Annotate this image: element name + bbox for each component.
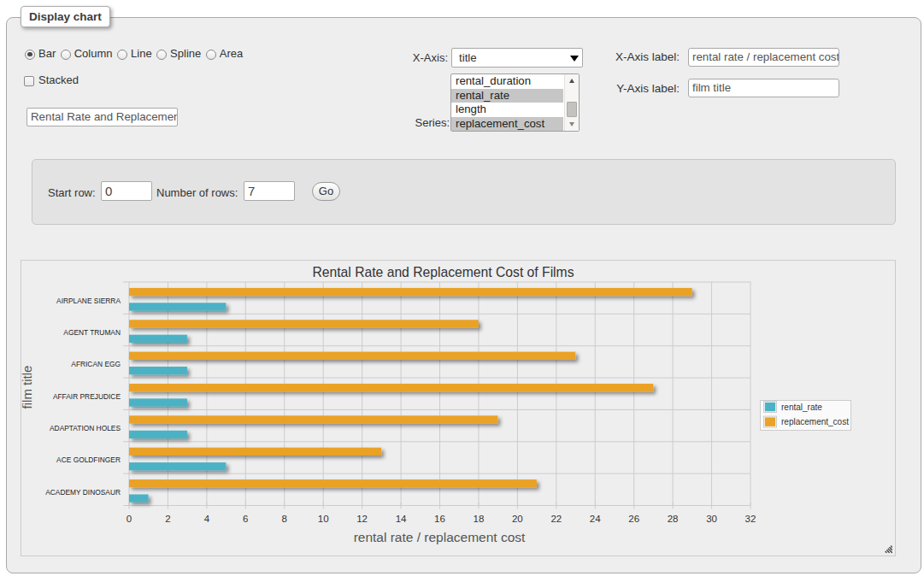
svg-text:ACADEMY DINOSAUR: ACADEMY DINOSAUR [45, 488, 121, 497]
svg-text:30: 30 [706, 514, 717, 524]
svg-text:12: 12 [356, 514, 368, 524]
svg-text:ADAPTATION HOLES: ADAPTATION HOLES [50, 424, 121, 432]
svg-text:AFFAIR PREJUDICE: AFFAIR PREJUDICE [53, 392, 121, 401]
svg-text:10: 10 [318, 514, 329, 524]
svg-text:32: 32 [745, 514, 756, 524]
svg-text:26: 26 [628, 514, 639, 524]
svg-text:replacement_cost: replacement_cost [781, 417, 849, 426]
svg-text:ACE GOLDFINGER: ACE GOLDFINGER [56, 456, 121, 464]
svg-text:AGENT TRUMAN: AGENT TRUMAN [63, 328, 121, 337]
svg-text:20: 20 [512, 514, 523, 524]
svg-text:24: 24 [590, 514, 601, 524]
svg-text:film title: film title [21, 366, 34, 409]
svg-text:16: 16 [434, 514, 445, 524]
svg-text:AIRPLANE SIERRA: AIRPLANE SIERRA [56, 297, 121, 305]
svg-text:6: 6 [243, 514, 248, 524]
svg-text:Rental Rate and Replacement Co: Rental Rate and Replacement Cost of Film… [312, 265, 574, 279]
svg-text:rental rate / replacement cost: rental rate / replacement cost [354, 530, 526, 544]
svg-text:AFRICAN EGG: AFRICAN EGG [71, 360, 121, 368]
svg-text:28: 28 [668, 514, 679, 524]
svg-text:22: 22 [550, 514, 562, 524]
svg-text:0: 0 [127, 514, 132, 524]
svg-text:18: 18 [474, 514, 485, 524]
svg-text:rental_rate: rental_rate [781, 403, 822, 412]
svg-text:8: 8 [282, 514, 287, 524]
svg-text:4: 4 [204, 514, 210, 524]
svg-text:2: 2 [165, 514, 170, 524]
svg-text:14: 14 [396, 514, 407, 524]
